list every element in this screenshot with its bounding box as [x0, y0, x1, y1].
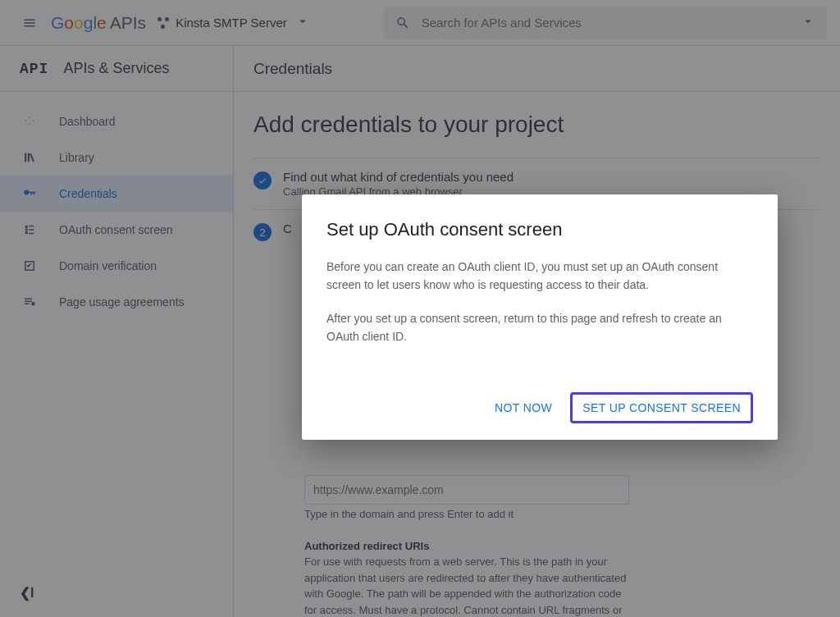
dialog-body-1: Before you can create an OAuth client ID… [326, 258, 753, 294]
setup-consent-screen-button[interactable]: Set Up Consent Screen [570, 392, 753, 423]
oauth-consent-dialog: Set up OAuth consent screen Before you c… [302, 194, 778, 440]
dialog-title: Set up OAuth consent screen [326, 219, 753, 240]
dialog-actions: Not Now Set Up Consent Screen [326, 392, 753, 423]
not-now-button[interactable]: Not Now [483, 393, 564, 423]
dialog-body-2: After you set up a consent screen, retur… [326, 310, 753, 345]
